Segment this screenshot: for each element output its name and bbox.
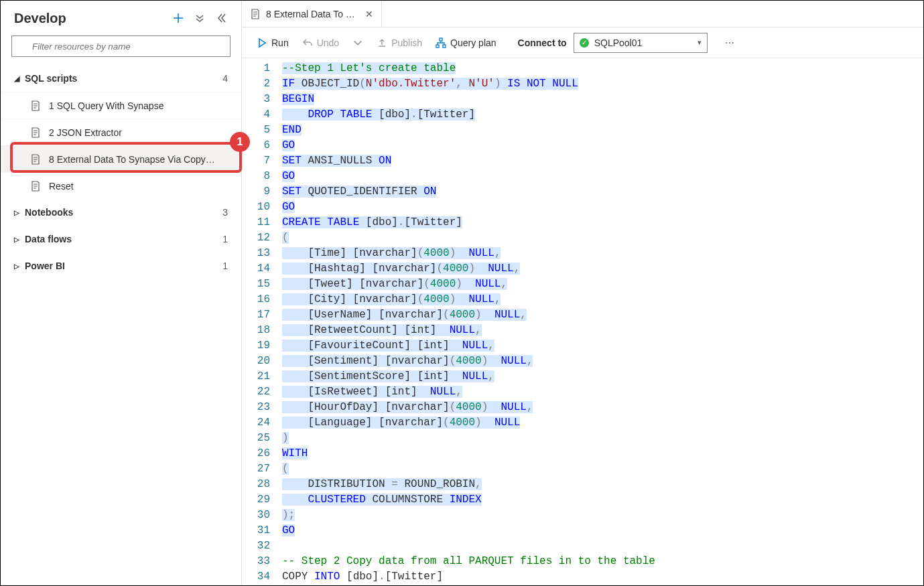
sidebar-title: Develop: [14, 11, 166, 26]
line-number: 8: [242, 169, 270, 184]
line-number: 25: [242, 431, 270, 446]
line-number: 21: [242, 369, 270, 384]
code-line: [Time] [nvarchar](4000) NULL,: [282, 246, 923, 261]
tree-item-label: 8 External Data To Synapse Via Copy…: [49, 154, 215, 165]
code-line: [Language] [nvarchar](4000) NULL: [282, 415, 923, 431]
develop-sidebar: Develop ◢SQL scripts41 SQL Query With Sy…: [1, 1, 242, 585]
tree-item-label: 1 SQL Query With Synapse: [49, 100, 163, 111]
line-number: 4: [242, 107, 270, 123]
line-number: 32: [242, 538, 270, 554]
run-button[interactable]: Run: [251, 32, 294, 54]
code-line: GO: [282, 169, 923, 184]
code-line: [282, 538, 923, 554]
code-line: SET QUOTED_IDENTIFIER ON: [282, 184, 923, 200]
tree-group-count: 4: [222, 73, 230, 84]
line-number: 33: [242, 554, 270, 569]
code-line: BEGIN: [282, 92, 923, 107]
connect-to-label: Connect to: [518, 38, 567, 48]
collapse-sidebar-button[interactable]: [212, 9, 230, 27]
code-line: (: [282, 461, 923, 477]
code-line: SET ANSI_NULLS ON: [282, 153, 923, 169]
code-line: (: [282, 230, 923, 246]
code-line: [HourOfDay] [nvarchar](4000) NULL,: [282, 400, 923, 415]
expand-all-button[interactable]: [190, 9, 209, 27]
play-icon: [257, 38, 267, 48]
line-number: 11: [242, 215, 270, 230]
tab-close-button[interactable]: ✕: [365, 9, 373, 19]
tree-item[interactable]: 8 External Data To Synapse Via Copy…: [1, 145, 241, 172]
code-editor[interactable]: 1234567891011121314151617181920212223242…: [242, 58, 923, 585]
connect-to-value: SQLPool01: [594, 38, 643, 48]
undo-icon: [302, 38, 313, 48]
connect-to-dropdown[interactable]: ✓ SQLPool01 ▾: [574, 33, 708, 53]
code-line: [IsRetweet] [int] NULL,: [282, 384, 923, 400]
code-line: [City] [nvarchar](4000) NULL,: [282, 292, 923, 307]
line-number: 24: [242, 415, 270, 431]
tree-group-sql[interactable]: ◢SQL scripts4: [1, 65, 241, 92]
chevrons-left-icon: [216, 13, 226, 23]
tab-sql-script[interactable]: 8 External Data To Sy… ✕: [242, 1, 382, 27]
line-number: 7: [242, 153, 270, 169]
tree-group-notebooks[interactable]: ▷Notebooks3: [1, 199, 241, 226]
chevron-down-icon: [352, 38, 363, 48]
undo-button[interactable]: Undo: [297, 32, 344, 54]
code-line: -- Step 2 Copy data from all PARQUET fil…: [282, 554, 923, 569]
tree-item[interactable]: 2 JSON Extractor: [1, 119, 241, 145]
sql-script-icon: [30, 181, 44, 192]
line-number: 23: [242, 400, 270, 415]
tab-bar: 8 External Data To Sy… ✕: [242, 1, 923, 27]
svg-rect-3: [443, 45, 446, 48]
line-number: 9: [242, 184, 270, 200]
plus-icon: [173, 13, 184, 23]
code-line: );: [282, 508, 923, 523]
code-line: [Tweet] [nvarchar](4000) NULL,: [282, 277, 923, 292]
chevron-right-icon: ▷: [14, 263, 25, 270]
queryplan-button[interactable]: Query plan: [430, 32, 501, 54]
code-line: CREATE TABLE [dbo].[Twitter]: [282, 215, 923, 230]
code-line: [Sentiment] [nvarchar](4000) NULL,: [282, 354, 923, 369]
tree-group-powerbi[interactable]: ▷Power BI1: [1, 252, 241, 279]
line-number: 20: [242, 354, 270, 369]
line-number: 13: [242, 246, 270, 261]
line-number: 30: [242, 508, 270, 523]
filter-input[interactable]: [11, 35, 230, 57]
line-number: 19: [242, 338, 270, 354]
tree-item-label: 2 JSON Extractor: [49, 127, 122, 138]
publish-icon: [377, 38, 387, 48]
code-line: GO: [282, 200, 923, 215]
code-line: ): [282, 431, 923, 446]
tree-item[interactable]: 1 SQL Query With Synapse: [1, 92, 241, 119]
line-number: 17: [242, 307, 270, 323]
line-number: 14: [242, 261, 270, 277]
code-content[interactable]: --Step 1 Let's create tableIF OBJECT_ID(…: [282, 58, 923, 585]
tree-group-dataflows[interactable]: ▷Data flows1: [1, 226, 241, 252]
chevron-down-icon: ▾: [698, 38, 702, 47]
line-number: 28: [242, 477, 270, 492]
line-number: 18: [242, 323, 270, 338]
add-button[interactable]: [169, 9, 188, 27]
code-line: [Hashtag] [nvarchar](4000) NULL,: [282, 261, 923, 277]
line-number: 6: [242, 138, 270, 153]
tree-group-label: SQL scripts: [25, 73, 222, 84]
line-number: 3: [242, 92, 270, 107]
code-line: WITH: [282, 446, 923, 461]
editor-toolbar: Run Undo Publish Query p: [242, 27, 923, 58]
sql-script-icon: [30, 127, 44, 138]
code-line: IF OBJECT_ID(N'dbo.Twitter', N'U') IS NO…: [282, 76, 923, 92]
tree-group-label: Data flows: [25, 234, 222, 244]
code-line: END: [282, 123, 923, 138]
svg-rect-1: [440, 38, 442, 41]
tree-item[interactable]: Reset: [1, 172, 241, 199]
tab-label: 8 External Data To Sy…: [266, 9, 360, 19]
code-line: GO: [282, 138, 923, 153]
line-number-gutter: 1234567891011121314151617181920212223242…: [242, 58, 282, 585]
sql-script-icon: [250, 9, 261, 19]
line-number: 15: [242, 277, 270, 292]
line-number: 2: [242, 76, 270, 92]
code-line: [FavouriteCount] [int] NULL,: [282, 338, 923, 354]
line-number: 27: [242, 461, 270, 477]
more-actions-button[interactable]: ⋯: [721, 38, 740, 48]
publish-button[interactable]: Publish: [371, 32, 427, 54]
undo-dropdown[interactable]: [347, 32, 369, 54]
tree-group-count: 3: [222, 207, 230, 218]
